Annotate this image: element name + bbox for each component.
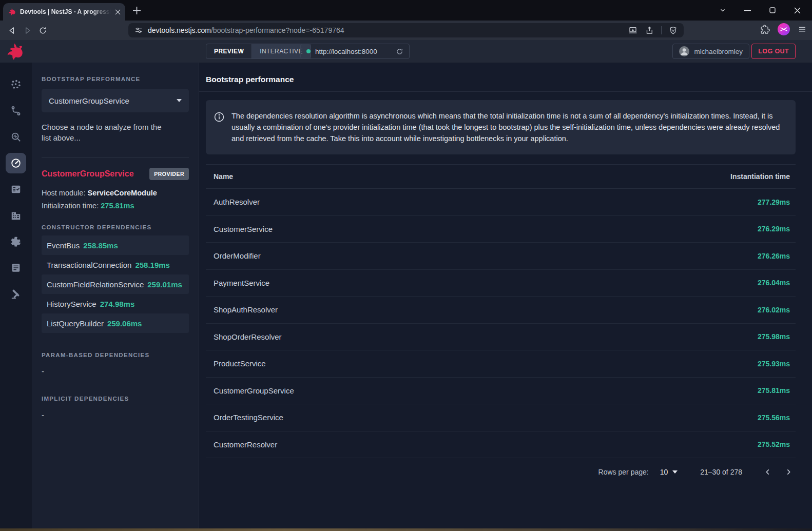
row-time: 275.93ms (758, 360, 790, 368)
constructor-deps-title: CONSTRUCTOR DEPENDENCIES (42, 224, 189, 230)
dependency-item[interactable]: HistoryService 274.98ms (42, 294, 189, 313)
row-name: ProductService (214, 359, 266, 368)
row-name: CustomerResolver (214, 440, 277, 449)
nestjs-logo (5, 42, 24, 61)
row-name: CustomerGroupService (214, 386, 294, 395)
row-time: 276.02ms (758, 306, 790, 314)
browser-tab[interactable]: Devtools | NestJS - A progressive (3, 3, 125, 21)
row-time: 277.29ms (758, 198, 790, 206)
toolbar-separator (661, 26, 662, 34)
tab-title: Devtools | NestJS - A progressive (20, 8, 111, 15)
refresh-target-icon[interactable] (396, 48, 403, 55)
table-row: AuthResolver 277.29ms (206, 189, 796, 216)
sidebar-item-audit[interactable] (6, 179, 26, 200)
info-callout: The dependencies resolution algorithm is… (206, 100, 796, 154)
panel-divider (42, 157, 189, 158)
implicit-deps-title: IMPLICIT DEPENDENCIES (42, 396, 189, 402)
brave-shields-icon[interactable] (669, 26, 678, 35)
sidebar-item-inspector[interactable] (6, 127, 26, 147)
address-bar[interactable]: devtools.nestjs.com/bootstrap-performanc… (128, 23, 684, 37)
username: michaelbromley (694, 48, 743, 55)
rows-per-page-select[interactable]: 10 (660, 468, 678, 476)
page-title: Bootstrap performance (206, 75, 796, 84)
inspect-search-icon (10, 131, 22, 143)
column-name: Name (214, 172, 233, 181)
next-page-button[interactable] (781, 465, 796, 479)
table-row: CustomerGroupService 275.81ms (206, 378, 796, 405)
tab-search-icon[interactable] (716, 3, 730, 17)
gavel-tools-icon (10, 288, 22, 300)
dependency-item[interactable]: ListQueryBuilder 259.06ms (42, 313, 189, 333)
browser-toolbar: devtools.nestjs.com/bootstrap-performanc… (0, 21, 812, 40)
row-name: AuthResolver (214, 198, 260, 206)
sidebar-item-settings[interactable] (6, 231, 26, 252)
log-out-button[interactable]: LOG OUT (751, 44, 796, 59)
row-time: 276.29ms (758, 225, 790, 233)
constructor-deps-list: EventBus 258.85ms TransactionalConnectio… (42, 235, 189, 333)
forward-button[interactable] (20, 23, 35, 38)
table-row: CustomerResolver 275.52ms (206, 431, 796, 459)
browser-menu-icon[interactable] (798, 25, 807, 34)
pagination-range: 21–30 of 278 (700, 468, 742, 476)
row-time: 275.56ms (758, 414, 790, 422)
browser-profile-avatar[interactable] (778, 23, 790, 35)
dependency-item[interactable]: TransactionalConnection 258.19ms (42, 255, 189, 274)
audit-checklist-icon (10, 184, 22, 195)
tab-close-icon[interactable] (115, 9, 121, 15)
preview-tab[interactable]: PREVIEW (206, 44, 252, 58)
send-to-device-icon[interactable] (628, 26, 637, 35)
share-icon[interactable] (645, 26, 654, 35)
table-row: CustomerService 276.29ms (206, 216, 796, 243)
node-select-value: CustomerGroupService (49, 96, 129, 105)
info-icon (214, 111, 225, 144)
row-name: ShopOrderResolver (214, 332, 282, 341)
dependency-time: 259.01ms (147, 280, 182, 289)
sidebar-item-graph[interactable] (6, 74, 26, 95)
sidebar-item-logs[interactable] (6, 258, 26, 278)
site-settings-icon[interactable] (134, 26, 143, 34)
extensions-icon[interactable] (760, 25, 770, 34)
logs-document-icon (10, 262, 22, 273)
browser-tab-strip: Devtools | NestJS - A progressive (0, 0, 812, 21)
sidebar-item-routes[interactable] (6, 101, 26, 121)
host-module-value: ServiceCoreModule (87, 189, 157, 197)
row-name: OrderTestingService (214, 413, 283, 422)
param-deps-title: PARAM-BASED DEPENDENCIES (42, 352, 189, 358)
init-time-value: 275.81ms (101, 202, 134, 210)
init-time-label: Initialization time: (42, 202, 99, 210)
window-close-button[interactable] (790, 3, 805, 17)
reload-button[interactable] (35, 23, 50, 38)
dependency-item[interactable]: CustomFieldRelationService 259.01ms (42, 274, 189, 294)
sidebar-item-tools[interactable] (6, 284, 26, 304)
user-chip[interactable]: michaelbromley (672, 44, 749, 59)
target-url-input[interactable]: http://localhost:8000 (300, 44, 410, 59)
window-maximize-button[interactable] (765, 3, 780, 17)
table-row: ProductService 275.93ms (206, 350, 796, 378)
row-name: ShopAuthResolver (214, 305, 278, 314)
dependency-item[interactable]: EventBus 258.85ms (42, 235, 189, 255)
sidebar-item-bootstrap-performance[interactable] (6, 153, 26, 173)
new-tab-button[interactable] (130, 4, 143, 16)
dependency-name: EventBus (47, 241, 80, 250)
performance-table: AuthResolver 277.29ms CustomerService 27… (206, 189, 796, 458)
window-minimize-button[interactable] (741, 3, 755, 17)
implicit-deps-value: - (42, 410, 189, 419)
provider-badge: PROVIDER (149, 168, 189, 180)
panel-hint: Choose a node to analyze from the list a… (42, 122, 170, 143)
row-name: OrderModifier (214, 251, 261, 260)
row-time: 276.26ms (758, 252, 790, 260)
chevron-down-icon (177, 99, 182, 102)
main-content: Bootstrap performance The dependencies r… (199, 63, 812, 528)
table-row: OrderTestingService 275.56ms (206, 404, 796, 431)
performance-gauge-icon (10, 158, 22, 169)
sidebar-item-modules[interactable] (6, 205, 26, 226)
bootstrap-performance-panel: BOOTSTRAP PERFORMANCE CustomerGroupServi… (32, 63, 199, 528)
nestjs-favicon (8, 8, 16, 16)
table-header: Name Instantiation time (206, 164, 796, 189)
back-button[interactable] (4, 23, 20, 38)
title-divider (199, 91, 812, 92)
previous-page-button[interactable] (761, 465, 775, 479)
row-name: CustomerService (214, 225, 273, 233)
node-select[interactable]: CustomerGroupService (42, 89, 189, 112)
settings-gear-icon (10, 236, 22, 247)
